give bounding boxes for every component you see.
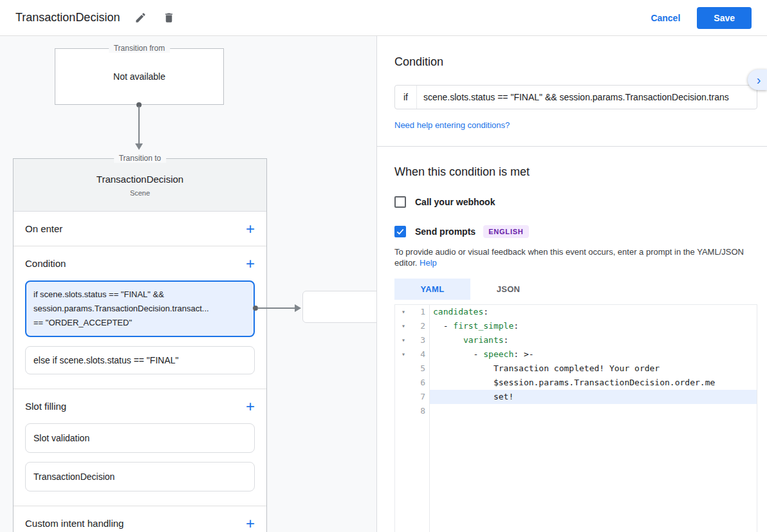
transition-from-box[interactable]: Transition from Not available (55, 48, 224, 105)
condition-panel: Condition › if Need help entering condit… (376, 36, 767, 532)
language-badge: ENGLISH (483, 225, 529, 238)
top-bar: TransactionDecision Cancel Save (0, 0, 767, 36)
code-token: set! (433, 392, 513, 401)
fold-cell-empty (395, 390, 412, 404)
transition-to-label: Transition to (114, 154, 167, 163)
on-enter-label: On enter (25, 223, 62, 234)
transition-from-label: Transition from (109, 44, 171, 53)
custom-intent-label: Custom intent handling (25, 518, 124, 529)
condition-expression-input[interactable] (417, 86, 757, 109)
if-label: if (395, 86, 417, 109)
chevron-right-icon: › (757, 73, 761, 87)
main-content: Transition from Not available Transition… (0, 36, 767, 532)
condition-card-else[interactable]: else if scene.slots.status == "FINAL" (25, 346, 255, 374)
add-on-enter-button[interactable]: + (246, 223, 255, 235)
scene-subtitle: Scene (130, 189, 150, 197)
transition-from-value: Not available (55, 49, 223, 104)
webhook-row: Call your webhook (394, 196, 757, 208)
panel-title: Condition (394, 55, 757, 69)
condition-label: Condition (25, 258, 66, 269)
section-custom-intent: Custom intent handling + (14, 506, 266, 532)
section-slot-filling: Slot filling + (14, 389, 266, 423)
condition-expression-row: if (394, 85, 757, 109)
pencil-icon (134, 12, 147, 24)
fold-arrow-icon[interactable]: ▾ (395, 333, 412, 347)
tab-yaml[interactable]: YAML (394, 279, 470, 300)
condition-help-link[interactable]: Need help entering conditions? (394, 120, 510, 130)
condition-target-node[interactable] (302, 291, 376, 323)
add-slot-button[interactable]: + (246, 400, 255, 413)
send-prompts-checkbox[interactable] (394, 226, 406, 237)
line-number: 6 (412, 376, 425, 390)
webhook-checkbox[interactable] (394, 196, 406, 208)
fold-arrow-icon[interactable]: ▾ (395, 347, 412, 362)
connector-line-horizontal (257, 307, 295, 309)
section-condition: Condition + (14, 246, 266, 280)
add-custom-intent-button[interactable]: + (246, 517, 255, 530)
code-token: candidates (433, 307, 483, 316)
line-number: 8 (412, 404, 425, 418)
cancel-button[interactable]: Cancel (651, 13, 680, 23)
scene-graph: Transition from Not available Transition… (0, 36, 376, 532)
code-token: first_simple (453, 321, 513, 331)
tab-json[interactable]: JSON (470, 279, 546, 300)
arrow-right-icon (295, 304, 301, 312)
condition-card-selected[interactable]: if scene.slots.status == "FINAL" && sess… (25, 280, 255, 337)
line-number: 5 (412, 362, 425, 376)
code-line[interactable]: variants: (430, 333, 757, 347)
add-condition-button[interactable]: + (246, 257, 255, 270)
delete-scene-button[interactable] (161, 10, 176, 26)
collapse-panel-button[interactable]: › (748, 69, 767, 90)
save-button[interactable]: Save (697, 7, 752, 29)
scene-header[interactable]: TransactionDecision Scene (14, 159, 266, 212)
section-on-enter: On enter + (14, 212, 266, 246)
fold-gutter: ▾▾▾▾ (395, 305, 412, 532)
fold-arrow-icon[interactable]: ▾ (395, 319, 412, 333)
code-token: : (513, 321, 519, 331)
code-line[interactable]: Transaction completed! Your order (430, 362, 757, 376)
code-token: - (433, 321, 453, 331)
yaml-editor[interactable]: ▾▾▾▾ 12345678 candidates: - first_simple… (394, 304, 757, 532)
slot-validation-card[interactable]: Slot validation (25, 423, 255, 453)
transition-to-box: Transition to TransactionDecision Scene … (13, 158, 267, 532)
trash-icon (163, 12, 175, 24)
code-token: variants (463, 335, 504, 345)
line-number: 2 (412, 319, 425, 333)
prompt-description: To provide audio or visual feedback when… (394, 246, 755, 268)
slot-card-label: Slot validation (33, 432, 246, 445)
code-line[interactable]: - speech: >- (430, 347, 757, 362)
when-condition-met-title: When this condition is met (394, 165, 757, 179)
code-line[interactable] (430, 404, 757, 418)
line-number: 1 (412, 305, 425, 319)
condition-card-line: if scene.slots.status == "FINAL" && (33, 288, 246, 302)
code-line[interactable]: - first_simple: (430, 319, 757, 333)
fold-cell-empty (395, 404, 412, 418)
slot-filling-label: Slot filling (25, 401, 66, 412)
prompt-description-text: To provide audio or visual feedback when… (394, 247, 744, 268)
line-numbers: 12345678 (412, 305, 430, 532)
connector-line-vertical (138, 106, 140, 143)
code-line[interactable]: $session.params.TransactionDecision.orde… (430, 376, 757, 390)
slot-card-label: TransactionDecision (33, 470, 246, 483)
arrow-down-icon (135, 143, 143, 150)
fold-arrow-icon[interactable]: ▾ (395, 305, 412, 319)
webhook-label: Call your webhook (415, 197, 495, 207)
fold-cell-empty (395, 362, 412, 376)
code-token (433, 335, 463, 345)
help-link[interactable]: Help (420, 258, 437, 268)
code-token: speech (483, 349, 513, 359)
editor-tabs: YAML JSON (394, 279, 757, 300)
slot-transaction-card[interactable]: TransactionDecision (25, 462, 255, 491)
code-line[interactable]: candidates: (430, 305, 757, 319)
code-line[interactable]: set! (430, 390, 757, 404)
condition-card-line: else if scene.slots.status == "FINAL" (33, 353, 246, 367)
code-token: : >- (513, 349, 533, 359)
code-token: Transaction completed! Your order (433, 363, 660, 373)
line-number: 4 (412, 347, 425, 362)
code-lines: candidates: - first_simple: variants: - … (430, 305, 757, 532)
edit-title-button[interactable] (133, 10, 148, 26)
line-number: 3 (412, 333, 425, 347)
send-prompts-row: Send prompts ENGLISH (394, 225, 757, 238)
code-token: $session.params.TransactionDecision.orde… (433, 378, 715, 387)
code-token: - (433, 349, 483, 359)
